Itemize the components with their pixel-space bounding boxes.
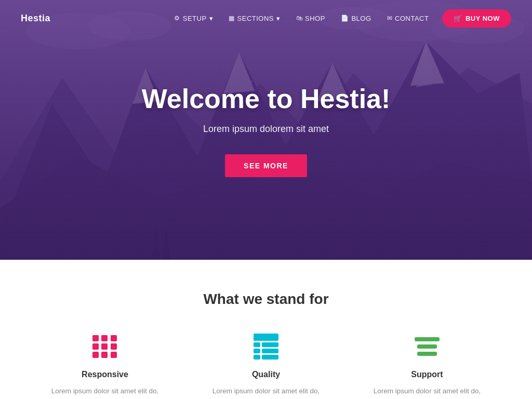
shop-icon: 🛍 xyxy=(296,15,303,22)
features-title: What we stand for xyxy=(21,291,511,308)
brand-logo[interactable]: Hestia xyxy=(21,13,50,24)
see-more-button[interactable]: SEE MORE xyxy=(225,154,307,177)
responsive-desc: Lorem ipsum dolor sit amet elit do, cons… xyxy=(43,385,167,399)
blog-icon: 📄 xyxy=(341,15,349,22)
features-section: What we stand for Responsive Lorem ipsum… xyxy=(0,260,532,399)
nav-shop[interactable]: 🛍 SHOP xyxy=(290,10,331,26)
support-label: Support xyxy=(365,370,489,379)
nav-contact[interactable]: ✉ CONTACT xyxy=(381,10,435,26)
chevron-down-icon: ▾ xyxy=(276,15,281,22)
buy-now-button[interactable]: 🛒 BUY NOW xyxy=(442,9,511,28)
support-desc: Lorem ipsum dolor sit amet elit do, cons… xyxy=(365,385,489,399)
contact-icon: ✉ xyxy=(387,15,393,22)
feature-quality: Quality Lorem ipsum dolor sit amet elit … xyxy=(193,334,339,399)
navbar: Hestia ⚙ SETUP ▾ ▦ SECTIONS ▾ 🛍 SHOP 📄 B… xyxy=(0,0,532,36)
nav-setup[interactable]: ⚙ SETUP ▾ xyxy=(168,10,219,26)
setup-icon: ⚙ xyxy=(174,15,180,22)
quality-label: Quality xyxy=(204,370,328,379)
responsive-icon xyxy=(89,334,121,360)
quality-desc: Lorem ipsum dolor sit amet elit do, cons… xyxy=(204,385,328,399)
quality-icon xyxy=(250,334,282,360)
hero-title: Welcome to Hestia! xyxy=(142,83,391,114)
support-icon xyxy=(411,334,443,360)
features-grid: Responsive Lorem ipsum dolor sit amet el… xyxy=(32,334,500,399)
cart-icon: 🛒 xyxy=(454,15,462,22)
feature-responsive: Responsive Lorem ipsum dolor sit amet el… xyxy=(32,334,178,399)
hero-section: Welcome to Hestia! Lorem ipsum dolorem s… xyxy=(0,0,532,260)
nav-menu: ⚙ SETUP ▾ ▦ SECTIONS ▾ 🛍 SHOP 📄 BLOG ✉ C… xyxy=(168,9,511,28)
nav-blog[interactable]: 📄 BLOG xyxy=(335,10,378,26)
hero-subtitle: Lorem ipsum dolorem sit amet xyxy=(142,124,391,135)
nav-sections[interactable]: ▦ SECTIONS ▾ xyxy=(222,10,286,26)
chevron-down-icon: ▾ xyxy=(209,15,214,22)
sections-icon: ▦ xyxy=(229,15,235,22)
feature-support: Support Lorem ipsum dolor sit amet elit … xyxy=(354,334,500,399)
hero-content: Welcome to Hestia! Lorem ipsum dolorem s… xyxy=(131,83,401,177)
responsive-label: Responsive xyxy=(43,370,167,379)
